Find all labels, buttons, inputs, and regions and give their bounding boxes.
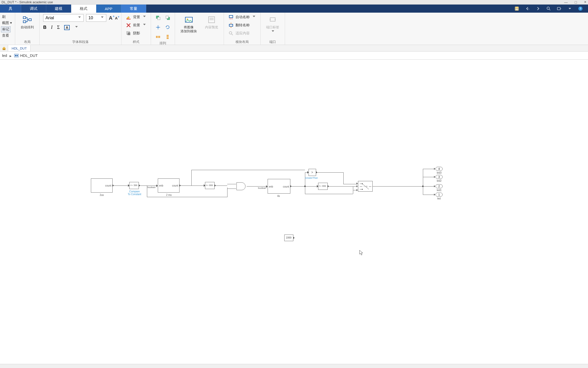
svg-text:name: name — [229, 18, 233, 19]
block-compare-1[interactable]: <= 399 — [129, 182, 139, 189]
dtc1-label: boolean — [147, 186, 156, 189]
tab-tools[interactable]: 具 — [0, 5, 21, 13]
titlebar: DL_DUT * - Simulink academic use — □ ✕ — [0, 0, 588, 5]
svg-point-17 — [157, 27, 159, 28]
outport-4[interactable]: 4 — [436, 167, 443, 171]
svg-rect-35 — [4, 49, 4, 50]
svg-text:?: ? — [579, 7, 581, 10]
block-constant-1999[interactable]: 1999 — [284, 235, 293, 241]
auto-name-button[interactable]: name自动名称 — [227, 14, 257, 20]
home-icon[interactable] — [0, 45, 8, 51]
redo-icon[interactable] — [535, 6, 541, 12]
tab-debug[interactable]: 调试 — [21, 5, 46, 13]
grow-font-button[interactable]: A▴ — [109, 15, 112, 21]
help-icon[interactable]: ? — [577, 6, 583, 12]
distribute-h-icon[interactable] — [155, 33, 162, 40]
font-size-select[interactable]: 10 — [86, 14, 106, 22]
svg-rect-19 — [158, 36, 159, 38]
breadcrumb-root[interactable]: led — [2, 53, 7, 58]
brush-button[interactable]: 刷 — [1, 14, 7, 20]
diagram-canvas[interactable]: count 2us <= 399 Compare To Constant boo… — [0, 60, 588, 364]
svg-rect-9 — [29, 19, 31, 21]
align-icon[interactable] — [155, 24, 162, 31]
flip-name-button[interactable]: 翻转名称 — [227, 22, 251, 28]
model-tab[interactable]: HDL_DUT — [8, 45, 31, 51]
outport-1[interactable]: 1 — [436, 193, 443, 197]
block-switch[interactable]: ~= 0 — [358, 181, 373, 192]
tab-app[interactable]: APP — [96, 5, 121, 13]
tab-model[interactable]: 建模 — [46, 5, 71, 13]
svg-rect-16 — [166, 16, 168, 18]
dropdown-icon[interactable] — [567, 6, 573, 12]
font-color-dropdown[interactable] — [75, 26, 78, 29]
add-image-button[interactable]: 将图像 添加到模块 — [178, 14, 199, 35]
svg-point-39 — [362, 183, 363, 184]
send-back-icon[interactable] — [164, 14, 171, 21]
outport-3[interactable]: 3 — [436, 175, 443, 179]
svg-rect-23 — [167, 38, 169, 39]
status-bar — [0, 364, 588, 368]
background-button[interactable]: 背景 — [125, 14, 147, 20]
close-button[interactable]: ✕ — [584, 0, 586, 4]
content-preview-button: 内容预览 — [203, 14, 220, 30]
font-color-button[interactable]: A — [64, 25, 70, 30]
search-icon[interactable] — [546, 6, 552, 12]
sigma-button[interactable]: Σ — [57, 25, 60, 30]
shrink-font-button[interactable]: A▾ — [115, 16, 118, 20]
svg-rect-1 — [516, 7, 518, 8]
chevron-right-icon — [10, 53, 12, 58]
block-2ms-label: 2 ms — [166, 194, 172, 196]
svg-rect-14 — [158, 17, 160, 20]
distribute-v-icon[interactable] — [164, 33, 171, 40]
block-greater[interactable]: > — [309, 169, 316, 176]
bold-button[interactable]: B — [43, 25, 46, 30]
ribbon: 刷 截图 ▾ 标记 查看 自动排列 布局 Arial 10 A▴ A▾ B — [0, 13, 588, 45]
block-4s-label: 4s — [277, 195, 280, 197]
window-title: DL_DUT * - Simulink academic use — [2, 0, 53, 4]
italic-button[interactable]: I — [51, 25, 53, 30]
port-label-text: 端口标签 — [266, 25, 279, 29]
bring-front-icon[interactable] — [155, 14, 162, 21]
block-compare-3[interactable]: <= 999 — [318, 183, 328, 190]
svg-rect-30 — [229, 24, 233, 26]
svg-rect-36 — [14, 54, 18, 57]
svg-rect-21 — [167, 35, 169, 36]
breadcrumb-child[interactable]: HDL_DUT — [14, 53, 38, 58]
quick-access: ? — [514, 5, 588, 13]
screenshot-button[interactable]: 截图 ▾ — [1, 20, 13, 26]
font-family-select[interactable]: Arial — [43, 14, 84, 22]
view-button[interactable]: 查看 — [1, 33, 10, 38]
undo-icon[interactable] — [524, 6, 530, 12]
outport-2[interactable]: 2 — [436, 184, 443, 188]
maximize-button[interactable]: □ — [575, 0, 577, 4]
block-2ms[interactable]: enb count — [158, 178, 180, 193]
tab-const[interactable]: 常量 — [121, 5, 146, 13]
tab-format[interactable]: 格式 — [71, 5, 96, 13]
save-icon[interactable] — [514, 6, 520, 12]
svg-rect-4 — [557, 7, 560, 10]
svg-rect-7 — [23, 17, 26, 19]
mark-button[interactable]: 标记 — [1, 26, 11, 32]
rotate-icon[interactable] — [164, 24, 171, 31]
find-icon[interactable] — [556, 6, 562, 12]
auto-arrange-button[interactable]: 自动排列 — [19, 14, 36, 30]
block-compare-2[interactable]: <= 999 — [205, 182, 215, 189]
group-label-image — [178, 44, 220, 44]
svg-rect-10 — [126, 19, 131, 19]
block-greater-name: GreaterThan — [305, 177, 318, 179]
svg-rect-2 — [516, 9, 518, 10]
svg-point-33 — [270, 19, 271, 20]
minimize-button[interactable]: — — [564, 0, 568, 4]
foreground-button[interactable]: 前景 — [125, 22, 147, 28]
shadow-button[interactable]: 阴影 — [125, 30, 141, 36]
block-2us[interactable]: count — [91, 178, 113, 193]
block-4s[interactable]: enb count — [268, 179, 290, 194]
group-label-port: 端口 — [264, 39, 281, 44]
svg-rect-27 — [210, 18, 214, 20]
block-and-gate[interactable] — [236, 182, 247, 191]
subsystem-icon — [14, 53, 19, 58]
svg-point-3 — [547, 7, 549, 9]
block-compare-1-name: Compare To Constant — [128, 190, 141, 196]
svg-rect-37 — [15, 55, 16, 56]
svg-rect-18 — [156, 36, 157, 38]
